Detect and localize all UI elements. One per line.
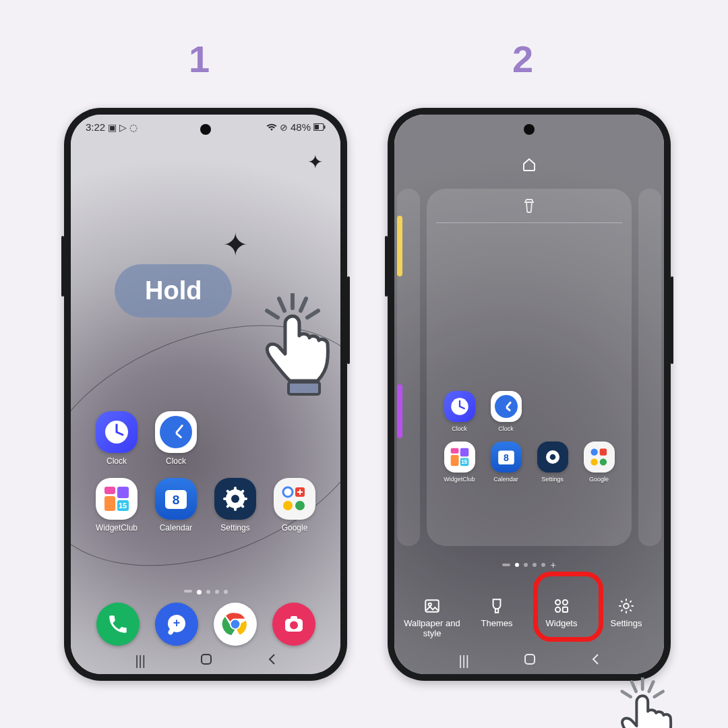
app-clock[interactable]: Clock [146,411,206,466]
svg-line-35 [301,299,306,311]
app-label: Calendar [160,523,193,533]
image-icon: ▣ [108,122,117,133]
svg-rect-38 [289,382,320,394]
app-settings[interactable]: Settings [206,478,265,533]
svg-rect-31 [291,616,297,620]
app-label: Clock [498,425,514,432]
page-preview-right[interactable] [638,189,661,546]
battery-icon [313,123,326,131]
app-label: Settings [220,523,249,533]
svg-point-30 [290,621,298,630]
svg-point-52 [599,458,606,465]
app-label: Google [589,476,609,483]
svg-point-23 [283,501,293,510]
svg-rect-16 [243,497,247,500]
app-label: Settings [541,476,564,483]
camera-notch [524,124,535,135]
settings-option[interactable]: Settings [596,597,657,629]
app-settings[interactable]: Settings [529,442,576,483]
play-icon: ▷ [119,122,127,133]
svg-line-63 [649,681,653,691]
divider [436,222,622,223]
svg-rect-41 [460,448,468,457]
camera-app-icon[interactable] [272,603,315,646]
app-calendar[interactable]: 8 Calendar [146,478,206,533]
option-label: Wallpaper and style [402,619,462,639]
sparkle-icon: ✦ [222,226,249,263]
svg-text:+: + [173,616,180,630]
svg-point-12 [231,495,239,503]
svg-rect-50 [599,448,606,455]
sparkle-icon: ✦ [307,151,323,173]
app-google-folder[interactable]: Google [576,442,622,483]
svg-rect-5 [117,487,129,498]
gear-icon [617,597,635,615]
app-label: Clock [107,456,127,466]
page-indicator: + [394,559,664,570]
home-apps-grid-small: Clock Clock 15 WidgetClub 8 [436,391,622,483]
svg-text:8: 8 [173,493,180,507]
folder-icon [274,478,315,520]
svg-rect-53 [425,600,439,611]
clock-icon [96,411,138,453]
phone-mockup-2: Clock Clock 15 WidgetClub 8 [388,108,671,681]
phone-app-icon[interactable] [96,603,140,646]
app-widgetclub[interactable]: 15 WidgetClub [87,478,146,533]
tap-hand-icon [256,293,357,401]
home-outline-icon[interactable] [521,156,537,173]
svg-line-37 [307,311,318,317]
svg-rect-15 [223,497,228,500]
app-label: Google [282,523,308,533]
calendar-icon: 8 [491,442,522,473]
svg-rect-2 [324,125,326,129]
svg-rect-42 [450,455,458,466]
back-button[interactable] [267,653,276,669]
svg-rect-4 [104,487,115,494]
app-label: Calendar [493,476,518,483]
highlight-box [533,572,603,642]
dock: + [71,603,340,646]
app-clock[interactable]: Clock [87,411,146,466]
clock-icon [491,391,522,422]
themes-option[interactable]: Themes [466,597,527,629]
svg-point-49 [590,448,597,455]
trash-icon[interactable] [522,198,536,213]
app-label: Clock [166,456,186,466]
svg-point-59 [624,603,629,609]
image-icon [423,597,441,615]
app-google-folder[interactable]: Google [265,478,324,533]
home-button[interactable] [524,653,536,669]
svg-rect-13 [234,487,237,491]
svg-rect-40 [450,448,458,454]
home-page-card[interactable]: Clock Clock 15 WidgetClub 8 [427,189,632,546]
recents-button[interactable]: ||| [135,653,146,669]
svg-rect-6 [104,496,115,511]
home-button[interactable] [200,653,212,669]
wallpaper-option[interactable]: Wallpaper and style [402,597,462,639]
tap-hand-icon [613,677,694,728]
phone2-screen[interactable]: Clock Clock 15 WidgetClub 8 [394,115,664,674]
app-clock[interactable]: Clock [483,391,529,432]
messages-app-icon[interactable]: + [155,603,198,646]
app-calendar[interactable]: 8 Calendar [483,442,529,483]
status-battery: 48% [291,121,311,133]
back-button[interactable] [590,653,600,669]
svg-line-65 [655,692,663,697]
chrome-app-icon[interactable] [214,603,257,646]
option-label: Settings [611,619,642,629]
option-label: Themes [481,619,513,629]
step-number-1: 1 [189,37,210,81]
svg-line-64 [622,692,631,697]
nav-bar: ||| [71,653,340,669]
svg-point-51 [590,458,597,465]
status-time: 3:22 [86,121,105,133]
app-widgetclub[interactable]: 15 WidgetClub [436,442,483,483]
svg-text:15: 15 [461,459,468,465]
svg-point-54 [429,603,431,606]
widgetclub-icon: 15 [96,478,138,520]
svg-text:15: 15 [119,502,127,510]
app-clock[interactable]: Clock [436,391,483,432]
recents-button[interactable]: ||| [458,653,469,669]
page-preview-left[interactable] [397,189,420,546]
step-number-2: 2 [512,37,533,81]
